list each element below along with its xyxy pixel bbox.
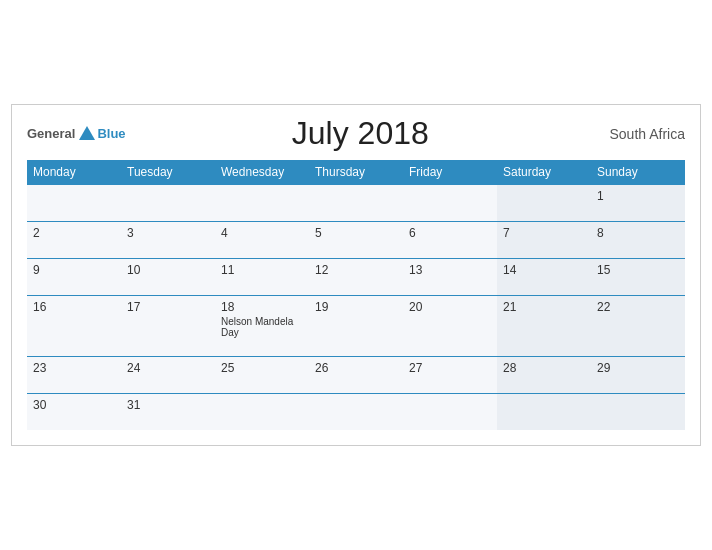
calendar-grid: MondayTuesdayWednesdayThursdayFridaySatu…	[27, 160, 685, 430]
day-number: 20	[409, 300, 491, 314]
day-number: 6	[409, 226, 491, 240]
calendar-cell: 14	[497, 259, 591, 296]
calendar-cell	[497, 394, 591, 431]
holiday-name: Nelson Mandela Day	[221, 316, 303, 338]
calendar-cell	[215, 185, 309, 222]
day-number: 2	[33, 226, 115, 240]
calendar-cell: 2	[27, 222, 121, 259]
day-number: 22	[597, 300, 679, 314]
svg-marker-0	[79, 126, 95, 140]
week-row-2: 9101112131415	[27, 259, 685, 296]
calendar-cell: 12	[309, 259, 403, 296]
day-number: 8	[597, 226, 679, 240]
day-number: 17	[127, 300, 209, 314]
day-number: 30	[33, 398, 115, 412]
weekday-header-monday: Monday	[27, 160, 121, 185]
calendar-cell: 28	[497, 357, 591, 394]
calendar-cell: 13	[403, 259, 497, 296]
day-number: 19	[315, 300, 397, 314]
day-number: 26	[315, 361, 397, 375]
day-number: 29	[597, 361, 679, 375]
calendar-cell	[309, 185, 403, 222]
weekday-header-friday: Friday	[403, 160, 497, 185]
day-number: 14	[503, 263, 585, 277]
logo: General Blue	[27, 124, 126, 144]
calendar-cell: 27	[403, 357, 497, 394]
week-row-5: 3031	[27, 394, 685, 431]
calendar-cell: 1	[591, 185, 685, 222]
calendar-cell: 26	[309, 357, 403, 394]
calendar-cell	[309, 394, 403, 431]
logo-blue-text: Blue	[97, 126, 125, 141]
calendar-cell: 4	[215, 222, 309, 259]
calendar-title: July 2018	[126, 115, 595, 152]
calendar-cell: 23	[27, 357, 121, 394]
week-row-3: 161718Nelson Mandela Day19202122	[27, 296, 685, 357]
weekday-header-sunday: Sunday	[591, 160, 685, 185]
day-number: 21	[503, 300, 585, 314]
calendar-cell: 7	[497, 222, 591, 259]
calendar-cell: 6	[403, 222, 497, 259]
calendar-cell	[121, 185, 215, 222]
day-number: 24	[127, 361, 209, 375]
calendar-cell: 29	[591, 357, 685, 394]
logo-general-text: General	[27, 126, 75, 141]
logo-icon	[77, 124, 97, 144]
calendar-cell: 9	[27, 259, 121, 296]
day-number: 4	[221, 226, 303, 240]
calendar-cell: 18Nelson Mandela Day	[215, 296, 309, 357]
calendar-cell	[591, 394, 685, 431]
day-number: 12	[315, 263, 397, 277]
country-name: South Africa	[595, 126, 685, 142]
week-row-0: 1	[27, 185, 685, 222]
calendar-cell: 8	[591, 222, 685, 259]
weekday-header-wednesday: Wednesday	[215, 160, 309, 185]
calendar-cell	[215, 394, 309, 431]
day-number: 23	[33, 361, 115, 375]
calendar-cell: 16	[27, 296, 121, 357]
day-number: 16	[33, 300, 115, 314]
calendar-header: General Blue July 2018 South Africa	[27, 115, 685, 152]
calendar-cell: 19	[309, 296, 403, 357]
calendar-cell: 5	[309, 222, 403, 259]
week-row-4: 23242526272829	[27, 357, 685, 394]
calendar-thead: MondayTuesdayWednesdayThursdayFridaySatu…	[27, 160, 685, 185]
weekday-header-saturday: Saturday	[497, 160, 591, 185]
calendar-cell: 15	[591, 259, 685, 296]
day-number: 18	[221, 300, 303, 314]
day-number: 31	[127, 398, 209, 412]
calendar-cell	[403, 185, 497, 222]
calendar-cell	[497, 185, 591, 222]
day-number: 5	[315, 226, 397, 240]
day-number: 27	[409, 361, 491, 375]
calendar-cell: 25	[215, 357, 309, 394]
day-number: 3	[127, 226, 209, 240]
calendar-tbody: 123456789101112131415161718Nelson Mandel…	[27, 185, 685, 431]
day-number: 25	[221, 361, 303, 375]
day-number: 7	[503, 226, 585, 240]
day-number: 11	[221, 263, 303, 277]
day-number: 10	[127, 263, 209, 277]
calendar-container: General Blue July 2018 South Africa Mond…	[11, 104, 701, 446]
weekday-header-tuesday: Tuesday	[121, 160, 215, 185]
calendar-cell	[27, 185, 121, 222]
week-row-1: 2345678	[27, 222, 685, 259]
weekday-header-thursday: Thursday	[309, 160, 403, 185]
day-number: 13	[409, 263, 491, 277]
calendar-cell: 21	[497, 296, 591, 357]
calendar-cell: 3	[121, 222, 215, 259]
calendar-cell: 17	[121, 296, 215, 357]
weekday-header-row: MondayTuesdayWednesdayThursdayFridaySatu…	[27, 160, 685, 185]
calendar-cell: 31	[121, 394, 215, 431]
calendar-cell: 20	[403, 296, 497, 357]
calendar-cell: 11	[215, 259, 309, 296]
day-number: 28	[503, 361, 585, 375]
calendar-cell: 22	[591, 296, 685, 357]
calendar-cell	[403, 394, 497, 431]
day-number: 15	[597, 263, 679, 277]
calendar-cell: 30	[27, 394, 121, 431]
day-number: 1	[597, 189, 679, 203]
calendar-cell: 10	[121, 259, 215, 296]
calendar-cell: 24	[121, 357, 215, 394]
day-number: 9	[33, 263, 115, 277]
